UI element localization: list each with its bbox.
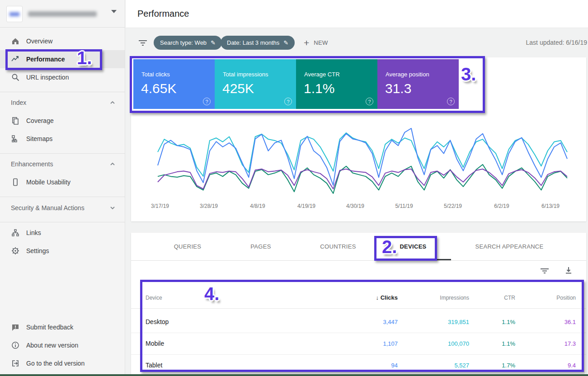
metric-card-average-ctr[interactable]: Average CTR 1.1% ? [296, 59, 377, 109]
property-logo-blurred [9, 12, 19, 16]
sidebar-item-label: Coverage [26, 117, 54, 124]
filter-icon[interactable] [138, 40, 148, 46]
metric-card-average-position[interactable]: Average position 31.3 ? [377, 59, 459, 109]
sidebar-item-label: Settings [26, 247, 49, 254]
cell-clicks: 94 [330, 362, 398, 369]
column-header-clicks[interactable]: ↓ Clicks [330, 294, 398, 301]
sidebar-item-sitemaps[interactable]: Sitemaps [0, 130, 125, 148]
table-row[interactable]: Mobile 1,107 100,070 1.1% 17.3 [131, 333, 586, 354]
cell-device: Tablet [146, 362, 162, 369]
search-type-chip[interactable]: Search type: Web ✎ [154, 36, 222, 50]
sidebar-item-url-inspection[interactable]: URL inspection [0, 68, 125, 86]
tab-countries[interactable]: COUNTRIES [304, 233, 372, 260]
coverage-icon [11, 116, 20, 125]
help-icon[interactable]: ? [447, 98, 455, 105]
chevron-up-icon[interactable] [109, 99, 116, 106]
cell-position: 36.1 [515, 319, 576, 325]
sidebar-item-coverage[interactable]: Coverage [0, 112, 125, 130]
property-selector[interactable] [0, 0, 125, 28]
x-axis-tick-label: 3/17/19 [142, 203, 178, 209]
column-header-impressions[interactable]: Impressions [398, 295, 469, 301]
tab-label: QUERIES [174, 243, 202, 250]
property-logo [6, 6, 23, 22]
pencil-icon[interactable]: ✎ [283, 39, 288, 46]
date-range-chip[interactable]: Date: Last 3 months ✎ [221, 36, 295, 50]
cell-ctr: 1.1% [469, 319, 515, 325]
divider [0, 222, 125, 222]
tab-queries[interactable]: QUERIES [154, 233, 221, 260]
table-filter-icon[interactable] [540, 268, 549, 274]
sidebar-item-links[interactable]: Links [0, 224, 125, 242]
tab-label: SEARCH APPEARANCE [475, 243, 543, 250]
metric-value: 31.3 [385, 81, 411, 96]
table-row[interactable]: Tablet 94 5,527 1.7% 9.4 [131, 354, 586, 376]
help-icon[interactable]: ? [366, 98, 373, 105]
divider [0, 153, 125, 154]
last-updated-text: Last updated: 6/16/19 [526, 39, 587, 46]
cell-position: 17.3 [515, 340, 576, 347]
section-title: Security & Manual Actions [11, 204, 85, 212]
sidebar-item-label: Sitemaps [26, 135, 52, 142]
help-icon[interactable]: ? [284, 98, 292, 105]
trending-icon [11, 55, 20, 64]
sort-arrow-icon: ↓ [376, 294, 379, 301]
table-header-row: Device ↓ Clicks Impressions CTR Position [131, 287, 586, 309]
x-axis-tick-label: 4/19/19 [288, 203, 325, 209]
metric-card-total-impressions[interactable]: Total impressions 425K ? [215, 59, 296, 109]
plus-icon: + [304, 38, 309, 48]
help-icon[interactable]: ? [203, 98, 211, 105]
sidebar-item-label: Performance [26, 56, 65, 63]
new-button-label: NEW [314, 39, 328, 46]
new-filter-button[interactable]: + NEW [304, 36, 328, 50]
metric-label: Total clicks [141, 71, 170, 78]
tab-search-appearance[interactable]: SEARCH APPEARANCE [464, 233, 555, 260]
sidebar-item-label: About new version [26, 342, 78, 349]
performance-line-chart [156, 126, 569, 201]
section-title: Enhancements [11, 160, 53, 168]
download-icon[interactable] [564, 266, 573, 274]
sidebar-item-mobile-usability[interactable]: Mobile Usability [0, 173, 125, 191]
column-header-position[interactable]: Position [515, 295, 576, 301]
metric-label: Total impressions [223, 71, 268, 78]
table-row[interactable]: Desktop 3,447 319,851 1.1% 36.1 [131, 311, 586, 333]
sidebar-item-go-to-old-version[interactable]: Go to the old version [0, 354, 125, 372]
sidebar-item-settings[interactable]: Settings [0, 242, 125, 260]
main-header: Performance [126, 0, 588, 28]
metric-value: 1.1% [304, 81, 334, 96]
tab-devices[interactable]: DEVICES [379, 233, 447, 260]
chevron-down-icon[interactable] [109, 205, 116, 211]
metric-value: 4.65K [141, 81, 176, 96]
tab-pages[interactable]: PAGES [227, 233, 295, 260]
cell-impressions: 319,851 [398, 319, 469, 325]
metric-label: Average CTR [304, 71, 340, 78]
cell-clicks: 1,107 [330, 340, 398, 347]
sidebar-item-label: Go to the old version [26, 360, 85, 367]
feedback-icon [11, 323, 20, 332]
page-title: Performance [137, 9, 189, 19]
links-icon [11, 228, 20, 237]
x-axis-tick-label: 4/8/19 [240, 203, 276, 209]
sidebar-item-about-new-version[interactable]: About new version [0, 336, 125, 354]
sidebar-item-label: Mobile Usability [26, 179, 71, 186]
sidebar-item-performance[interactable]: Performance [0, 50, 125, 68]
pencil-icon[interactable]: ✎ [211, 39, 216, 46]
sidebar-item-label: Links [26, 229, 41, 236]
info-icon [11, 341, 20, 350]
section-enhancements[interactable]: Enhancements [0, 155, 125, 173]
section-security-manual-actions[interactable]: Security & Manual Actions [0, 199, 125, 217]
tab-label: PAGES [250, 243, 271, 250]
caret-down-icon[interactable] [111, 10, 117, 13]
dimensions-table-card: QUERIES PAGES COUNTRIES DEVICES SEARCH A… [131, 233, 586, 376]
section-index[interactable]: Index [0, 94, 125, 112]
chevron-up-icon[interactable] [109, 161, 116, 167]
column-header-device[interactable]: Device [146, 295, 162, 301]
sidebar-item-submit-feedback[interactable]: Submit feedback [0, 318, 125, 336]
property-name-redacted [28, 11, 97, 17]
search-icon [11, 73, 20, 82]
column-header-ctr[interactable]: CTR [469, 295, 515, 301]
cell-impressions: 100,070 [398, 340, 469, 347]
sidebar-item-overview[interactable]: Overview [0, 32, 125, 50]
divider [0, 92, 125, 92]
sidebar-item-label: URL inspection [26, 74, 69, 81]
metric-card-total-clicks[interactable]: Total clicks 4.65K ? [133, 59, 215, 109]
